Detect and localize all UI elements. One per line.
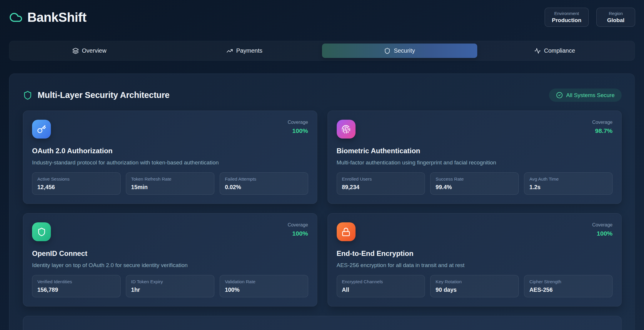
region-selector[interactable]: Region Global xyxy=(596,8,635,27)
stat-active-sessions: Active Sessions 12,456 xyxy=(32,172,121,195)
card-title: End-to-End Encryption xyxy=(337,249,613,258)
coverage-label: Coverage xyxy=(592,222,613,228)
coverage-value: 100% xyxy=(288,127,308,134)
card-description: Industry-standard protocol for authoriza… xyxy=(32,159,308,166)
shield-icon xyxy=(23,91,32,100)
stat-enrolled-users: Enrolled Users 89,234 xyxy=(337,172,425,195)
activity-icon xyxy=(534,48,541,54)
tab-compliance[interactable]: Compliance xyxy=(477,44,633,58)
check-circle-icon xyxy=(556,92,563,99)
card-description: Identity layer on top of OAuth 2.0 for s… xyxy=(32,262,308,269)
tab-security[interactable]: Security xyxy=(322,44,477,58)
coverage-value: 100% xyxy=(288,230,308,237)
trending-up-icon xyxy=(226,48,233,54)
fingerprint-icon xyxy=(337,120,356,139)
tab-label: Security xyxy=(394,47,415,54)
tab-label: Overview xyxy=(82,47,106,54)
header-chips: Environment Production Region Global xyxy=(545,8,635,27)
card-biometric: Coverage 98.7% Biometric Authentication … xyxy=(328,111,622,204)
tab-overview[interactable]: Overview xyxy=(12,44,167,58)
region-value: Global xyxy=(604,17,628,24)
card-title: OpenID Connect xyxy=(32,249,308,258)
card-description: Multi-factor authentication using finger… xyxy=(337,159,613,166)
coverage-value: 98.7% xyxy=(592,127,613,134)
stat-id-token-expiry: ID Token Expiry 1hr xyxy=(126,275,214,297)
coverage-label: Coverage xyxy=(592,120,613,125)
status-badge: All Systems Secure xyxy=(549,89,622,102)
stat-key-rotation: Key Rotation 90 days xyxy=(430,275,519,297)
card-title: Biometric Authentication xyxy=(337,147,613,155)
stat-avg-auth-time: Avg Auth Time 1.2s xyxy=(524,172,613,195)
shield-icon xyxy=(32,222,51,241)
stat-cipher-strength: Cipher Strength AES-256 xyxy=(524,275,613,297)
brand: BankShift xyxy=(9,10,86,25)
coverage-label: Coverage xyxy=(288,222,308,228)
security-cards-grid: Coverage 100% OAuth 2.0 Authorization In… xyxy=(23,111,622,306)
stat-failed-attempts: Failed Attempts 0.02% xyxy=(220,172,308,195)
environment-selector[interactable]: Environment Production xyxy=(545,8,589,27)
stat-token-refresh-rate: Token Refresh Rate 15min xyxy=(126,172,214,195)
card-encryption: Coverage 100% End-to-End Encryption AES-… xyxy=(328,213,622,306)
card-title: OAuth 2.0 Authorization xyxy=(32,147,308,155)
main-tabbar: Overview Payments Security Compliance xyxy=(9,41,635,61)
cloud-icon xyxy=(9,11,23,24)
app-header: BankShift Environment Production Region … xyxy=(0,0,644,27)
partial-next-card xyxy=(23,316,622,330)
region-label: Region xyxy=(604,11,628,16)
stat-encrypted-channels: Encrypted Channels All xyxy=(337,275,425,297)
page-title: Multi-Layer Security Architecture xyxy=(38,90,169,100)
stat-success-rate: Success Rate 99.4% xyxy=(430,172,519,195)
security-panel: Multi-Layer Security Architecture All Sy… xyxy=(9,74,635,330)
layers-icon xyxy=(72,48,79,54)
lock-icon xyxy=(337,222,356,241)
coverage-value: 100% xyxy=(592,230,613,237)
card-openid: Coverage 100% OpenID Connect Identity la… xyxy=(23,213,317,306)
app-title: BankShift xyxy=(27,10,86,25)
environment-value: Production xyxy=(552,17,581,24)
section-header: Multi-Layer Security Architecture All Sy… xyxy=(23,89,622,102)
card-oauth: Coverage 100% OAuth 2.0 Authorization In… xyxy=(23,111,317,204)
stat-verified-identities: Verified Identities 156,789 xyxy=(32,275,121,297)
status-badge-label: All Systems Secure xyxy=(566,92,615,99)
key-icon xyxy=(32,120,51,139)
tab-label: Payments xyxy=(236,47,262,54)
environment-label: Environment xyxy=(552,11,581,16)
coverage-label: Coverage xyxy=(288,120,308,125)
card-description: AES-256 encryption for all data in trans… xyxy=(337,262,613,269)
stat-validation-rate: Validation Rate 100% xyxy=(220,275,308,297)
shield-icon xyxy=(384,48,391,54)
tab-payments[interactable]: Payments xyxy=(167,44,322,58)
tab-label: Compliance xyxy=(544,47,575,54)
